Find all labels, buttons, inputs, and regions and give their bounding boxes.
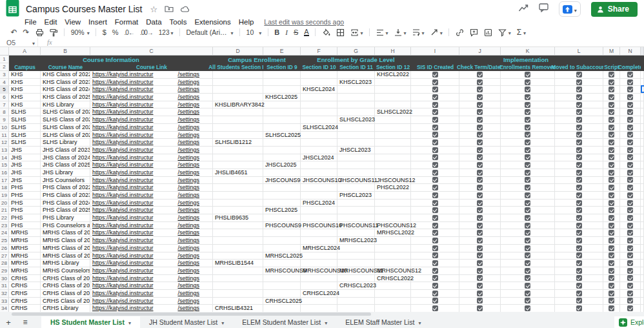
checkbox-checked-icon[interactable] — [432, 215, 438, 221]
cell-checkbox[interactable] — [411, 169, 459, 177]
checkbox-checked-icon[interactable] — [627, 207, 633, 213]
cell-campus[interactable]: JHS — [9, 147, 41, 154]
checkbox-checked-icon[interactable] — [609, 102, 614, 108]
cell-checkbox[interactable] — [620, 108, 641, 116]
cell-course-name[interactable]: PHS Class of 2024 — [41, 200, 90, 207]
checkbox-checked-icon[interactable] — [432, 283, 438, 289]
cell-section-id-s12[interactable]: MRHSCOUNS12 — [375, 267, 411, 275]
cell-section-id-s10[interactable]: JHSCL2024 — [301, 154, 337, 162]
checkbox-checked-icon[interactable] — [432, 291, 438, 296]
checkbox-checked-icon[interactable] — [477, 215, 483, 221]
cell-checkbox[interactable] — [603, 147, 620, 154]
checkbox-checked-icon[interactable] — [609, 223, 614, 229]
cell-checkbox[interactable] — [459, 147, 501, 154]
checkbox-checked-icon[interactable] — [576, 252, 582, 258]
cell-checkbox[interactable] — [620, 260, 641, 267]
cell-checkbox[interactable] — [555, 139, 603, 147]
cell-course-name[interactable]: JHS Class of 2024 — [41, 154, 90, 162]
cell-section-id-s11[interactable] — [337, 245, 375, 252]
column-header-I[interactable]: I — [411, 47, 459, 56]
row-header-27[interactable]: 27 — [0, 252, 9, 260]
cell-course-name[interactable]: MRHS Counselors — [41, 267, 90, 275]
cell-section-id-s11[interactable]: CRHSCL2023 — [337, 282, 375, 290]
cell-section-id-s12[interactable] — [375, 94, 411, 101]
cell-checkbox[interactable] — [603, 237, 620, 245]
cell-checkbox[interactable] — [555, 290, 603, 298]
cell-checkbox[interactable] — [411, 139, 459, 147]
course-link-prefix[interactable]: https://katyisd.instructur — [92, 86, 154, 93]
cell-section-id-s10[interactable]: SLHSCL2024 — [301, 124, 337, 132]
cell-checkbox[interactable] — [555, 184, 603, 192]
checkbox-checked-icon[interactable] — [432, 79, 438, 85]
checkbox-checked-icon[interactable] — [477, 154, 483, 160]
cell-section-id-s12[interactable] — [375, 237, 411, 245]
checkbox-checked-icon[interactable] — [477, 200, 483, 206]
cell-section-id-s9[interactable] — [263, 200, 301, 207]
course-link-prefix[interactable]: https://katyisd.instructur — [92, 94, 154, 101]
cell-col-o[interactable] — [641, 214, 644, 222]
cell-section-id-s12[interactable] — [375, 132, 411, 139]
checkbox-checked-icon[interactable] — [627, 147, 633, 153]
cell-section-id-s10[interactable]: MRHSCOUNS10 — [301, 267, 337, 275]
cell-section-id-s11[interactable]: PHSCL2023 — [337, 192, 375, 200]
checkbox-checked-icon[interactable] — [609, 79, 614, 85]
checkbox-checked-icon[interactable] — [609, 72, 614, 77]
cell-course-name[interactable]: JHS Class of 2023 — [41, 147, 90, 154]
course-link-prefix[interactable]: https://katyisd.instructur — [92, 207, 154, 214]
checkbox-checked-icon[interactable] — [609, 260, 614, 266]
course-link-suffix[interactable]: /settings — [177, 298, 199, 305]
cell-section-id-all[interactable] — [213, 86, 263, 94]
cell-section-id-s11[interactable] — [337, 260, 375, 267]
checkbox-checked-icon[interactable] — [576, 87, 582, 92]
cell-section-id-s9[interactable]: MRHSCOUNS9 — [263, 267, 301, 275]
cell-campus[interactable]: JHS — [9, 154, 41, 162]
menu-file[interactable]: File — [21, 18, 41, 26]
course-link-suffix[interactable]: /settings — [177, 101, 199, 108]
cell-section-id-all[interactable]: KHSLIBRARY3842 — [213, 101, 263, 109]
column-header-F[interactable]: F — [301, 47, 337, 56]
cell-checkbox[interactable] — [459, 245, 501, 252]
cell-checkbox[interactable] — [459, 237, 501, 245]
cell-checkbox[interactable] — [501, 298, 555, 305]
cell-section-id-s11[interactable] — [337, 139, 375, 147]
cell-col-o[interactable] — [641, 298, 644, 305]
course-link-suffix[interactable]: /settings — [177, 169, 199, 176]
cell-section-id-s11[interactable] — [337, 132, 375, 139]
course-link-prefix[interactable]: https://katyisd.instructur — [92, 260, 154, 267]
checkbox-checked-icon[interactable] — [525, 230, 530, 236]
checkbox-checked-icon[interactable] — [627, 192, 633, 198]
cell-section-id-all[interactable] — [213, 192, 263, 200]
row-header-9[interactable]: 9 — [0, 116, 9, 124]
cell-col-o[interactable] — [641, 229, 644, 237]
bold-icon[interactable] — [272, 26, 283, 38]
cell-section-id-all[interactable] — [213, 161, 263, 169]
checkbox-checked-icon[interactable] — [525, 223, 530, 229]
create-filter-icon[interactable] — [495, 26, 514, 38]
column-header-A[interactable]: A — [9, 47, 41, 56]
course-link-prefix[interactable]: https://katyisd.instructur — [92, 200, 154, 207]
cell-campus[interactable]: MRHS — [9, 229, 41, 237]
cell-col-o[interactable] — [641, 124, 644, 132]
cell-checkbox[interactable] — [620, 177, 641, 185]
cell-checkbox[interactable] — [411, 290, 459, 298]
cell-section-id-s12[interactable]: MRHSCL2022 — [375, 229, 411, 237]
insights-icon[interactable] — [518, 3, 528, 15]
cell-campus[interactable]: JHS — [9, 169, 41, 177]
cell-section-id-s10[interactable] — [301, 229, 337, 237]
menu-insert[interactable]: Insert — [85, 18, 111, 26]
all-sheets-icon[interactable] — [17, 318, 34, 327]
cell-checkbox[interactable] — [501, 116, 555, 124]
sheet-tab[interactable]: JH Student Master List — [140, 316, 233, 328]
checkbox-checked-icon[interactable] — [477, 125, 483, 130]
cell-checkbox[interactable] — [459, 177, 501, 185]
cell-checkbox[interactable] — [555, 237, 603, 245]
checkbox-checked-icon[interactable] — [627, 223, 633, 229]
cell-section-id-s11[interactable] — [337, 214, 375, 222]
cell-checkbox[interactable] — [501, 147, 555, 154]
cell-section-id-s12[interactable] — [375, 200, 411, 207]
cell-checkbox[interactable] — [620, 267, 641, 275]
column-header-J[interactable]: J — [459, 47, 501, 56]
cell-checkbox[interactable] — [501, 169, 555, 177]
course-link-suffix[interactable]: /settings — [177, 207, 199, 214]
cell-section-id-s12[interactable] — [375, 192, 411, 200]
